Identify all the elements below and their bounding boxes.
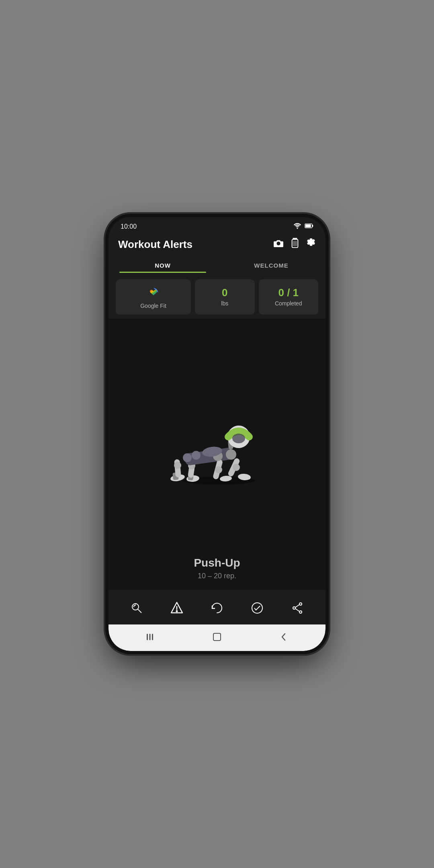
svg-point-38 [293,607,295,609]
svg-point-18 [183,453,192,462]
status-icons [293,223,313,231]
svg-point-23 [215,466,222,473]
action-bar [108,590,326,624]
share-button[interactable] [287,597,308,619]
svg-point-0 [297,227,298,229]
completed-card[interactable]: 0 / 1 Completed [259,279,318,315]
nav-menu-button[interactable] [141,631,159,643]
svg-rect-5 [293,238,297,239]
exercise-area: Push-Up 10 – 20 rep. [108,319,326,590]
svg-rect-7 [293,241,297,246]
svg-point-14 [174,462,181,469]
page-title: Workout Alerts [118,238,192,251]
svg-point-19 [192,451,201,460]
google-fit-card[interactable]: Google Fit [116,279,191,315]
completed-label: Completed [275,300,302,307]
search-button[interactable] [126,597,147,619]
exercise-figure [153,394,281,499]
svg-point-29 [226,449,236,460]
completed-value: 0 / 1 [278,287,299,298]
svg-rect-43 [149,634,151,640]
svg-line-33 [138,609,141,613]
refresh-button[interactable] [206,597,228,619]
exercise-reps: 10 – 20 rep. [108,572,326,580]
tab-now[interactable]: NOW [108,256,217,273]
svg-point-21 [233,464,240,471]
svg-rect-3 [305,224,311,227]
lbs-label: lbs [221,300,228,307]
camera-icon[interactable] [273,239,284,250]
svg-rect-44 [152,634,153,640]
settings-icon[interactable] [306,238,316,250]
tab-welcome[interactable]: WELCOME [217,256,326,273]
header-actions [273,238,316,251]
nav-home-button[interactable] [208,631,226,643]
svg-point-28 [232,434,245,443]
google-fit-icon [146,285,161,300]
exercise-name: Push-Up [108,557,326,569]
tabs: NOW WELCOME [108,256,326,273]
svg-rect-45 [213,633,221,641]
svg-point-39 [299,611,302,613]
alert-button[interactable] [166,597,188,619]
svg-line-41 [295,609,299,612]
exercise-info: Push-Up 10 – 20 rep. [108,557,326,584]
status-time: 10:00 [121,223,137,230]
svg-line-40 [295,605,299,608]
wifi-icon [293,223,301,231]
lbs-card[interactable]: 0 lbs [195,279,254,315]
svg-point-35 [176,611,178,612]
nav-back-button[interactable] [275,631,293,643]
phone-screen: 10:00 [108,217,326,651]
status-bar: 10:00 [108,217,326,234]
svg-point-37 [299,603,302,605]
phone-frame: 10:00 [108,217,326,651]
stats-row: Google Fit 0 lbs 0 / 1 Completed [108,273,326,319]
svg-rect-2 [312,225,313,227]
svg-point-36 [252,603,262,613]
header: Workout Alerts [108,234,326,256]
lbs-value: 0 [222,287,227,298]
complete-button[interactable] [246,597,268,619]
nav-bar [108,624,326,651]
svg-point-4 [277,242,280,245]
water-icon[interactable] [291,238,299,251]
pushup-animation [153,398,281,495]
google-fit-label: Google Fit [140,303,166,309]
svg-rect-42 [147,634,148,640]
battery-icon [305,223,313,230]
